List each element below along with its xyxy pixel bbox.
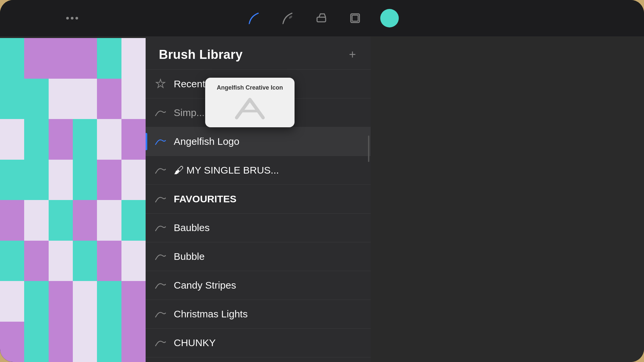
- scroll-indicator: [368, 136, 369, 162]
- brush-item-candy-stripes[interactable]: Candy Stripes: [146, 271, 371, 300]
- favourites-label: FAVOURITES: [174, 193, 236, 205]
- svg-point-0: [288, 15, 293, 19]
- brush-item-bubble[interactable]: Bubble: [146, 242, 371, 271]
- brush-wave-icon-simple: [152, 104, 169, 121]
- chunky-label: CHUNKY: [174, 337, 216, 348]
- add-brush-button[interactable]: +: [344, 46, 361, 63]
- top-toolbar: [0, 0, 644, 36]
- brush-item-baubles[interactable]: Baubles: [146, 214, 371, 242]
- brush-item-dandelion[interactable]: Dandelion: [146, 357, 371, 362]
- panel-title: Brush Library: [159, 48, 243, 62]
- brush-item-my-single-brush[interactable]: 🖌 MY SINGLE BRUS...: [146, 156, 371, 185]
- brush-wave-icon-bubble: [152, 248, 169, 265]
- brush-item-chunky[interactable]: CHUNKY: [146, 329, 371, 357]
- svg-rect-1: [317, 17, 326, 22]
- eraser-tool[interactable]: [313, 10, 330, 27]
- recent-label: Recent: [174, 78, 205, 90]
- tooltip-title: Angelfish Creative Icon: [213, 84, 286, 91]
- baubles-label: Baubles: [174, 222, 209, 233]
- brush-wave-icon-my-single: [152, 162, 169, 179]
- svg-rect-3: [352, 15, 358, 21]
- toolbar-dot-3: [75, 17, 78, 20]
- toolbar-dots: [66, 17, 78, 20]
- tooltip-preview-area: [205, 95, 295, 121]
- brush-wave-icon-candy-stripes: [152, 277, 169, 294]
- brush-wave-icon-angelfish: [152, 133, 169, 150]
- right-content-area: [371, 36, 644, 362]
- toolbar-dot-2: [71, 17, 73, 20]
- brush-item-angelfish-logo[interactable]: Angelfish Logo: [146, 127, 371, 156]
- brush-wave-icon-favourites: [152, 191, 169, 207]
- paintbrush-tool[interactable]: [245, 10, 262, 27]
- brush-wave-icon-chunky: [152, 335, 169, 351]
- christmas-lights-label: Christmas Lights: [174, 308, 248, 320]
- smudge-tool[interactable]: [279, 10, 296, 27]
- simple-label: Simp...: [174, 107, 205, 118]
- color-picker[interactable]: [380, 9, 399, 27]
- selected-indicator: [146, 133, 147, 150]
- canvas-area: [0, 0, 146, 362]
- brush-item-christmas-lights[interactable]: Christmas Lights: [146, 300, 371, 329]
- star-icon: [152, 76, 169, 92]
- brush-wave-icon-baubles: [152, 220, 169, 236]
- my-single-brush-label: 🖌 MY SINGLE BRUS...: [174, 165, 279, 176]
- toolbar-icons: [245, 9, 399, 27]
- brush-item-favourites[interactable]: FAVOURITES: [146, 185, 371, 214]
- bubble-label: Bubble: [174, 251, 205, 262]
- panel-header: Brush Library +: [146, 36, 371, 70]
- brush-wave-icon-christmas-lights: [152, 306, 169, 322]
- layers-tool[interactable]: [346, 10, 364, 27]
- angelfish-logo-label: Angelfish Logo: [174, 136, 240, 147]
- canvas-checkerboard: [0, 38, 146, 362]
- brush-preview-tooltip: Angelfish Creative Icon: [205, 78, 295, 127]
- toolbar-dot-1: [66, 17, 69, 20]
- device-frame: Brush Library + Recent S: [0, 0, 644, 362]
- candy-stripes-label: Candy Stripes: [174, 280, 236, 291]
